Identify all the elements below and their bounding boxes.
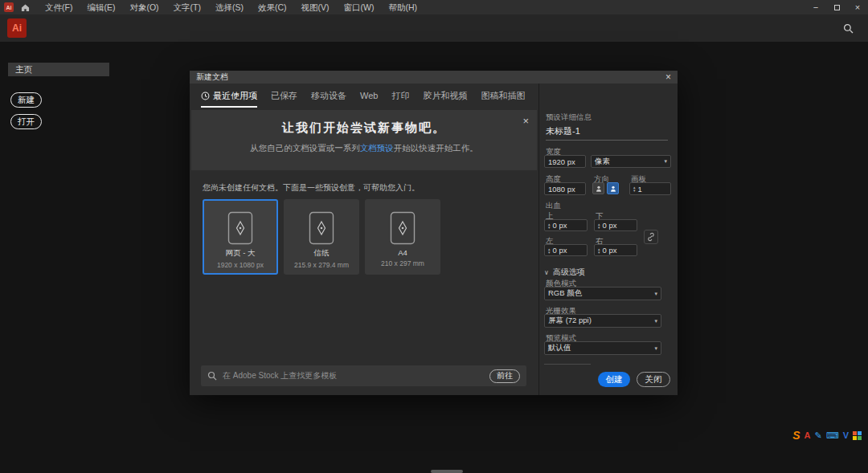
advanced-options-toggle[interactable]: ∨ 高级选项 [544,267,585,278]
stock-search-bar[interactable]: 在 Adobe Stock 上查找更多模板 前往 [201,365,526,386]
pen-icon[interactable]: ✎ [815,430,822,441]
document-name-field[interactable]: 未标题-1 [546,125,668,141]
raster-effects-select[interactable]: 屏幕 (72 ppi) ▾ [544,314,661,328]
bleed-link-button[interactable] [644,230,658,244]
input-lang-icon[interactable]: A [805,430,811,440]
bleed-label: 出血 [546,201,561,211]
create-button[interactable]: 创建 [598,372,630,387]
doc-presets-link[interactable]: 文档预设 [360,143,394,153]
preset-card-web-large[interactable]: 网页 - 大 1920 x 1080 px [203,199,278,275]
illustrator-logo-small: Ai [4,2,14,12]
tab-saved[interactable]: 已保存 [271,90,297,102]
bleed-bottom-input[interactable]: ▴▾ 0 px [594,219,637,231]
close-dialog-button[interactable]: 关闭 [637,372,670,387]
raster-effects-value: 屏幕 (72 ppi) [548,316,592,326]
artboards-value: 1 [638,185,642,194]
color-mode-value: RGB 颜色 [548,288,582,299]
panel-title: 预设详细信息 [546,112,592,123]
tab-art-illustration[interactable]: 图稿和插图 [481,90,525,102]
open-button[interactable]: 打开 [10,114,42,129]
chevron-down-icon: ∨ [544,269,549,276]
tab-film-video[interactable]: 胶片和视频 [423,90,467,102]
dialog-tabs: 最近使用项 已保存 移动设备 Web 打印 胶片和视频 图稿和插图 [190,84,538,108]
unit-select[interactable]: 像素 ▾ [591,155,671,168]
toolbox-grid-icon[interactable] [853,431,862,440]
menu-type[interactable]: 文字(T) [166,0,208,14]
bleed-left-input[interactable]: ▴▾ 0 px [544,244,588,256]
stepper-icon[interactable]: ▴▾ [548,247,551,254]
horizontal-scrollbar[interactable] [431,470,463,473]
menu-window[interactable]: 窗口(W) [337,0,382,14]
home-icon[interactable] [18,3,31,12]
preset-details-panel: 预设详细信息 未标题-1 宽度 1920 px 像素 ▾ 高度 1080 px … [538,84,678,395]
menu-file[interactable]: 文件(F) [38,0,80,14]
advanced-options-label: 高级选项 [553,267,585,278]
menu-effect[interactable]: 效果(C) [251,0,294,14]
go-button[interactable]: 前往 [489,369,520,383]
illustrator-logo: Ai [7,18,27,38]
document-preset-icon [227,210,253,247]
preset-card-a4[interactable]: A4 210 x 297 mm [365,199,440,275]
height-input[interactable]: 1080 px [544,182,586,195]
dialog-close-icon[interactable]: × [665,71,671,84]
close-button[interactable]: × [847,0,868,14]
dialog-title: 新建文档 [196,71,228,83]
sogou-icon[interactable]: S [792,429,800,442]
stepper-icon[interactable]: ▴▾ [598,222,600,229]
preset-name: A4 [398,248,407,257]
minimize-button[interactable]: − [805,0,826,14]
bleed-right-input[interactable]: ▴▾ 0 px [594,244,637,256]
orientation-portrait-button[interactable] [592,182,604,194]
unit-value: 像素 [595,157,610,167]
search-icon [207,371,217,381]
landscape-icon [609,185,617,193]
grid-square [858,431,862,435]
menu-view[interactable]: 视图(V) [294,0,337,14]
window-controls: − × [805,0,868,14]
new-button[interactable]: 新建 [10,92,42,108]
stock-search-placeholder: 在 Adobe Stock 上查找更多模板 [223,370,337,381]
bleed-right-value: 0 px [603,246,617,255]
color-mode-select[interactable]: RGB 颜色 ▾ [544,287,661,300]
voice-icon[interactable]: V [843,430,849,440]
preset-card-letter[interactable]: 信纸 215.9 x 279.4 mm [284,199,359,275]
preview-mode-value: 默认值 [548,343,571,353]
stepper-icon[interactable]: ▴▾ [548,222,551,229]
grid-square [858,436,862,440]
clock-icon [201,92,210,100]
banner-close-icon[interactable]: × [522,115,529,127]
preset-name: 网页 - 大 [226,248,256,259]
menu-help[interactable]: 帮助(H) [382,0,425,14]
tab-recent[interactable]: 最近使用项 [201,90,257,102]
bleed-top-input[interactable]: ▴▾ 0 px [544,219,588,231]
orientation-landscape-button[interactable] [607,182,619,194]
width-input[interactable]: 1920 px [544,155,586,168]
height-value: 1080 px [548,185,575,194]
stepper-icon[interactable]: ▴▾ [598,247,600,254]
keyboard-icon[interactable]: ⌨ [826,430,839,441]
promo-banner: 让我们开始尝试新事物吧。 从您自己的文档设置或一系列文档预设开始以快速开始工作。… [191,110,537,170]
artboards-input[interactable]: ▴▾ 1 [629,182,671,195]
tab-label: 移动设备 [311,90,346,102]
banner-title: 让我们开始尝试新事物吧。 [191,120,537,136]
maximize-button[interactable] [826,0,847,14]
bleed-left-value: 0 px [553,246,567,255]
banner-subtitle-text: 从您自己的文档设置或一系列 [250,143,360,153]
search-icon[interactable] [843,22,854,37]
tab-print[interactable]: 打印 [391,90,409,102]
tab-web[interactable]: Web [360,91,378,100]
menu-select[interactable]: 选择(S) [208,0,251,14]
intro-text: 您尚未创建任何文档。下面是一些预设创意，可帮助您入门。 [203,182,420,194]
menu-edit[interactable]: 编辑(E) [80,0,122,14]
tab-home[interactable]: 主页 [8,63,109,76]
preset-name: 信纸 [314,248,330,259]
tab-mobile[interactable]: 移动设备 [311,90,346,102]
tab-label: 已保存 [271,90,297,102]
stepper-icon[interactable]: ▴▾ [633,186,636,192]
preview-mode-select[interactable]: 默认值 ▾ [544,341,661,355]
preset-cards: 网页 - 大 1920 x 1080 px 信纸 215.9 x 279.4 m… [203,199,440,275]
menu-object[interactable]: 对象(O) [122,0,166,14]
bleed-top-value: 0 px [553,221,567,230]
menu-bar: Ai 文件(F) 编辑(E) 对象(O) 文字(T) 选择(S) 效果(C) 视… [0,0,868,14]
document-preset-icon [309,210,334,247]
